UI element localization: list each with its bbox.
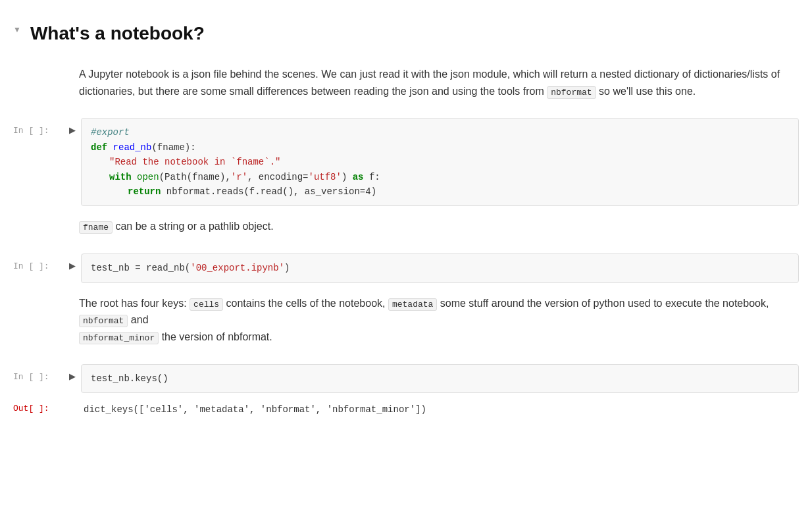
output-1-label: Out[ ]: (13, 400, 69, 415)
return-value: nbformat.reads(f.read(), as_version=4) (166, 186, 376, 197)
funcname: read_nb (113, 142, 152, 153)
intro-markdown: A Jupyter notebook is a json file behind… (0, 61, 812, 111)
open-builtin: open (137, 172, 159, 182)
root-text-1: The root has four keys: (79, 298, 190, 309)
code-line-docstring: "Read the notebook in `fname`." (91, 155, 789, 169)
run-cell-1-button[interactable] (69, 123, 76, 137)
fname-text-body: can be a string or a pathlib object. (113, 221, 274, 232)
close-paren: ) (342, 172, 353, 182)
cells-code: cells (190, 298, 223, 311)
encoding-kw: , encoding= (247, 172, 308, 182)
export-string: '00_export.ipynb' (190, 263, 284, 273)
output-1-content: dict_keys(['cells', 'metadata', 'nbforma… (84, 400, 426, 417)
section-heading: ▼ What's a notebook? (0, 13, 812, 54)
run-icon-2 (69, 260, 76, 271)
code-line-keys: test_nb.keys() (91, 371, 789, 386)
as-keyword: as (353, 172, 364, 182)
cell-2-label: In [ ]: (13, 253, 69, 273)
code-box-1[interactable]: #export def read_nb(fname): "Read the no… (81, 118, 799, 206)
metadata-code: metadata (388, 298, 437, 311)
run-cell-2-button[interactable] (69, 259, 76, 273)
code-line-return: return nbformat.reads(f.read(), as_versi… (91, 184, 789, 199)
fname-inline-code: fname (79, 221, 113, 234)
fname-text: fname can be a string or a pathlib objec… (79, 218, 799, 235)
nbformat-minor-code: nbformat_minor (79, 332, 159, 344)
close-paren-2: ) (284, 263, 290, 273)
intro-text-part2: so we'll use this one. (596, 86, 696, 97)
cell-3-label: In [ ]: (13, 364, 69, 384)
with-keyword: with (109, 172, 137, 182)
def-keyword: def (91, 142, 113, 153)
return-keyword: return (128, 186, 166, 197)
comment-text: #export (91, 127, 130, 138)
notebook-container: ▼ What's a notebook? A Jupyter notebook … (0, 0, 812, 437)
root-text-4: and (128, 314, 148, 325)
code-line-with: with open(Path(fname),'r', encoding='utf… (91, 170, 789, 184)
fname-markdown: fname can be a string or a pathlib objec… (0, 213, 812, 247)
open-args-start: (Path(fname), (159, 172, 231, 182)
code-cell-1: In [ ]: #export def read_nb(fname): "Rea… (0, 118, 812, 206)
collapse-arrow-icon[interactable]: ▼ (13, 24, 21, 36)
code-line-comment: #export (91, 125, 789, 140)
code-line-test-nb: test_nb = read_nb('00_export.ipynb') (91, 261, 789, 275)
run-icon-3 (69, 371, 76, 381)
code-line-def: def read_nb(fname): (91, 140, 789, 155)
code-cell-2: In [ ]: test_nb = read_nb('00_export.ipy… (0, 253, 812, 282)
code-cell-3: In [ ]: test_nb.keys() (0, 364, 812, 393)
keys-call: test_nb.keys() (91, 373, 168, 384)
root-markdown: The root has four keys: cells contains t… (0, 290, 812, 358)
root-text-3: some stuff around the version of python … (437, 298, 769, 309)
code-box-3[interactable]: test_nb.keys() (81, 364, 799, 393)
code-box-2[interactable]: test_nb = read_nb('00_export.ipynb') (81, 253, 799, 282)
root-text-2: contains the cells of the notebook, (223, 298, 388, 309)
def-paren: (fname): (151, 142, 195, 153)
r-string: 'r' (231, 172, 247, 182)
root-text: The root has four keys: cells contains t… (79, 295, 799, 346)
nbformat-code: nbformat (79, 315, 128, 327)
intro-text: A Jupyter notebook is a json file behind… (79, 66, 799, 99)
output-cell-1: Out[ ]: dict_keys(['cells', 'metadata', … (0, 400, 812, 417)
section-title: What's a notebook? (30, 20, 205, 47)
utf8-string: 'utf8' (308, 172, 341, 182)
f-var: f: (364, 172, 380, 182)
cell-1-label: In [ ]: (13, 118, 69, 138)
nbformat-inline-code: nbformat (547, 86, 596, 99)
root-text-5: the version of nbformat. (159, 331, 272, 342)
test-nb-assign: test_nb = read_nb( (91, 263, 190, 273)
run-icon-1 (69, 124, 76, 135)
run-cell-3-button[interactable] (69, 369, 76, 383)
docstring-text: "Read the notebook in `fname`." (109, 157, 280, 167)
